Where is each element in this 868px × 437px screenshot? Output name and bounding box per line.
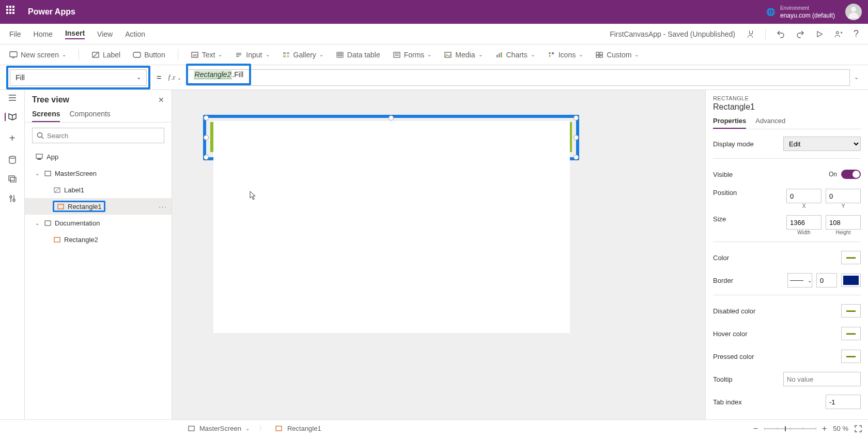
- zoom-out-button[interactable]: −: [753, 424, 758, 433]
- tree-node-app[interactable]: App: [25, 148, 172, 165]
- tree-node-label: Label1: [64, 186, 84, 194]
- ribbon-button-text: Button: [144, 51, 165, 59]
- menu-insert[interactable]: Insert: [65, 29, 85, 39]
- prop-size-label: Size: [713, 215, 786, 223]
- menu-view[interactable]: View: [97, 30, 113, 38]
- resize-handle[interactable]: [204, 135, 209, 140]
- tree-node-label1[interactable]: Label1: [25, 182, 172, 198]
- resize-handle[interactable]: [574, 155, 579, 160]
- zoom-in-button[interactable]: +: [822, 424, 827, 433]
- tree-node-masterscreen[interactable]: ⌄ MasterScreen: [25, 165, 172, 182]
- screen-icon: [43, 169, 52, 177]
- redo-icon[interactable]: [796, 29, 805, 39]
- resize-handle[interactable]: [574, 115, 579, 120]
- ribbon-media[interactable]: Media⌄: [444, 51, 482, 59]
- ribbon-input[interactable]: Input⌄: [235, 51, 269, 59]
- breadcrumb-screen[interactable]: MasterScreen ⌄: [187, 425, 250, 433]
- prop-position-x-input[interactable]: [786, 189, 822, 203]
- tree-tab-components[interactable]: Components: [69, 110, 110, 122]
- ribbon-label[interactable]: Label: [91, 51, 120, 59]
- chevron-down-icon[interactable]: ⌄: [35, 220, 40, 226]
- fit-to-window-icon[interactable]: [855, 425, 862, 432]
- tree-node-rectangle2[interactable]: Rectangle2: [25, 231, 172, 248]
- prop-display-mode-select[interactable]: Edit: [783, 137, 861, 151]
- waffle-icon[interactable]: [6, 6, 19, 18]
- svg-rect-14: [283, 55, 286, 57]
- tree-tab-screens[interactable]: Screens: [32, 110, 60, 122]
- share-icon[interactable]: [834, 29, 843, 39]
- app-checker-icon[interactable]: [746, 29, 755, 39]
- ribbon-gallery-label: Gallery: [293, 51, 316, 59]
- search-icon: [37, 132, 44, 139]
- prop-width-input[interactable]: [786, 215, 822, 230]
- prop-border-width-input[interactable]: [816, 273, 837, 288]
- ribbon-button[interactable]: Button: [133, 51, 165, 59]
- tree-search-input[interactable]: [32, 128, 164, 143]
- input-icon: [235, 51, 243, 59]
- ribbon-text[interactable]: ab Text⌄: [191, 51, 223, 59]
- ribbon-forms[interactable]: Forms⌄: [393, 51, 432, 59]
- ribbon-gallery[interactable]: Gallery⌄: [282, 51, 323, 59]
- prop-disabled-color-swatch[interactable]: [841, 304, 861, 318]
- menu-home[interactable]: Home: [34, 30, 53, 38]
- rail-advanced-tools-icon[interactable]: [9, 194, 16, 203]
- width-caption: Width: [797, 230, 811, 235]
- formula-expand-icon[interactable]: ⌄: [854, 74, 862, 81]
- app-title: Power Apps: [28, 7, 75, 17]
- artboard[interactable]: [213, 121, 570, 333]
- prop-tab-advanced[interactable]: Advanced: [755, 117, 785, 129]
- rail-tree-view-icon[interactable]: [5, 113, 17, 121]
- rail-insert-icon[interactable]: +: [9, 132, 16, 144]
- resize-handle[interactable]: [204, 155, 209, 160]
- user-avatar[interactable]: [845, 4, 862, 20]
- chevron-down-icon[interactable]: ⌄: [35, 171, 40, 176]
- ribbon-new-screen[interactable]: New screen⌄: [9, 51, 66, 59]
- chevron-down-icon: ⌄: [136, 74, 141, 81]
- resize-handle[interactable]: [389, 115, 394, 120]
- prop-visible-toggle[interactable]: [841, 170, 861, 179]
- prop-border-style[interactable]: ⌄: [787, 273, 812, 288]
- play-icon[interactable]: [815, 30, 824, 38]
- more-icon[interactable]: ···: [159, 203, 167, 210]
- prop-tab-index-input[interactable]: [826, 395, 861, 409]
- prop-pressed-color-swatch[interactable]: [841, 350, 861, 363]
- prop-tooltip-label: Tooltip: [713, 375, 783, 383]
- prop-tooltip-input[interactable]: [783, 372, 861, 386]
- resize-handle[interactable]: [574, 135, 579, 140]
- ribbon-icons[interactable]: Icons⌄: [547, 51, 583, 59]
- property-dropdown[interactable]: Fill ⌄: [10, 69, 147, 86]
- formula-input[interactable]: Rectangle2.Fill: [188, 69, 850, 86]
- prop-hover-color-swatch[interactable]: [841, 327, 861, 340]
- rail-data-icon[interactable]: [9, 156, 16, 164]
- design-canvas[interactable]: Title of the Screen: [172, 90, 705, 419]
- ribbon-media-label: Media: [455, 51, 475, 59]
- help-icon[interactable]: ?: [854, 28, 859, 39]
- undo-icon[interactable]: [776, 29, 785, 39]
- rail-media-icon[interactable]: [8, 175, 17, 183]
- tree-node-rectangle1[interactable]: Rectangle1 ···: [25, 198, 172, 215]
- prop-color-swatch[interactable]: [841, 251, 861, 264]
- rail-hamburger-icon[interactable]: [8, 94, 17, 101]
- prop-position-y-input[interactable]: [826, 189, 861, 203]
- prop-tab-properties[interactable]: Properties: [713, 117, 746, 129]
- fx-icon[interactable]: ƒ𝑥 ⌄: [167, 73, 181, 82]
- breadcrumb-element[interactable]: Rectangle1: [275, 425, 321, 433]
- tree-node-label: Rectangle2: [64, 236, 98, 244]
- property-dropdown-value: Fill: [16, 73, 25, 82]
- ribbon-custom[interactable]: Custom⌄: [595, 51, 639, 59]
- menu-file[interactable]: File: [9, 30, 21, 38]
- tree-node-documentation[interactable]: ⌄ Documentation: [25, 215, 172, 231]
- ribbon-charts[interactable]: Charts⌄: [495, 51, 535, 59]
- menu-action[interactable]: Action: [125, 30, 145, 38]
- property-dropdown-highlight: Fill ⌄: [6, 66, 150, 89]
- zoom-slider[interactable]: [764, 428, 816, 429]
- prop-height-input[interactable]: [826, 215, 861, 230]
- environment-picker[interactable]: 🌐 Environment enayu.com (default): [766, 5, 845, 19]
- close-icon[interactable]: ✕: [158, 96, 164, 104]
- prop-border-color-swatch[interactable]: [841, 274, 861, 287]
- zoom-value: 50: [833, 425, 840, 432]
- svg-point-45: [10, 196, 12, 198]
- resize-handle[interactable]: [204, 115, 209, 120]
- ribbon-data-table[interactable]: Data table: [336, 51, 380, 59]
- svg-rect-30: [552, 52, 554, 54]
